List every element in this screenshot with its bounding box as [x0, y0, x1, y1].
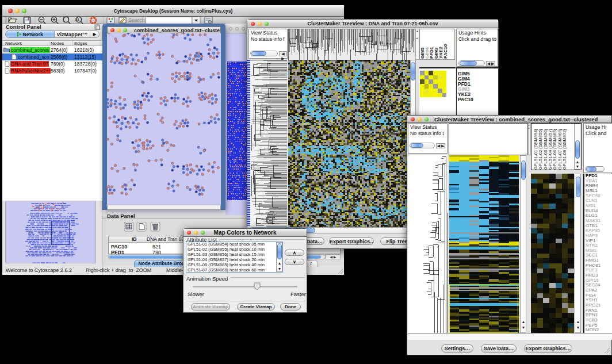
svg-text:GPL51-08 (GSM872): GPL51-08 (GSM872)	[562, 129, 567, 170]
svg-text:Search:: Search:	[128, 17, 146, 23]
svg-text:1:1: 1:1	[75, 18, 79, 21]
svg-text:PAC10: PAC10	[443, 44, 448, 59]
